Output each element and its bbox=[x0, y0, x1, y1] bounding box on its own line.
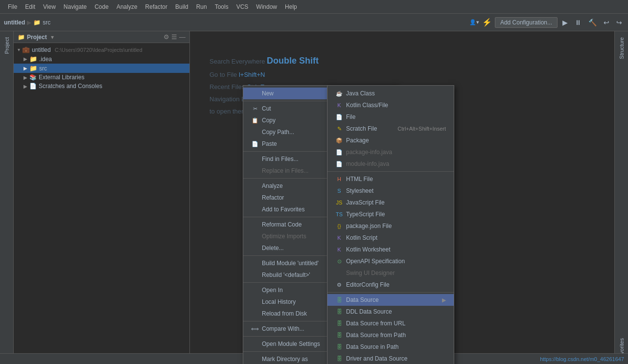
idea-folder-label: .idea bbox=[39, 56, 52, 63]
toolbar-path: untitled ▶ 📁 src bbox=[4, 19, 466, 26]
ext-label: External Libraries bbox=[39, 74, 84, 81]
refactor-icon bbox=[251, 194, 259, 202]
sub-java-class[interactable]: ☕ Java Class bbox=[327, 88, 454, 99]
menu-vcs[interactable]: VCS bbox=[233, 1, 253, 12]
folder-separator: ▶ bbox=[27, 19, 31, 26]
sub-module-info[interactable]: 📄 module-info.java bbox=[327, 158, 454, 170]
ctx-find-label: Find in Files... bbox=[262, 156, 299, 162]
project-tree: ▾ 💼 untitled C:\Users\90720\IdeaProjects… bbox=[14, 43, 189, 364]
panel-layout-btn[interactable]: ☰ bbox=[171, 33, 177, 41]
favorites-icon bbox=[251, 205, 259, 213]
sub-packagejson[interactable]: {} package.json File bbox=[327, 220, 454, 232]
ctx-new-label: New bbox=[262, 90, 274, 97]
menu-refactor[interactable]: Refactor bbox=[141, 1, 171, 12]
sub-ts-label: TypeScript File bbox=[346, 211, 385, 218]
ctx-compare-label: Compare With... bbox=[262, 325, 304, 332]
vcs-icon: ⚡ bbox=[482, 18, 492, 27]
project-folder-icon: 📁 bbox=[18, 34, 25, 41]
structure-tab[interactable]: Structure bbox=[616, 33, 628, 63]
sub-ds-path-label: Data Source from Path bbox=[346, 332, 406, 339]
panel-title: Project bbox=[27, 34, 47, 41]
ctx-cut-label: Cut bbox=[262, 105, 271, 112]
sub-swing-ui[interactable]: Swing UI Designer bbox=[327, 267, 454, 279]
menu-run[interactable]: Run bbox=[192, 1, 211, 12]
sub-ddl-datasource[interactable]: 🗄 DDL Data Source bbox=[327, 306, 454, 318]
tree-external-libraries[interactable]: ▶ 📚 External Libraries bbox=[14, 73, 189, 82]
tree-root[interactable]: ▾ 💼 untitled C:\Users\90720\IdeaProjects… bbox=[14, 45, 189, 54]
package-icon: 📦 bbox=[335, 136, 343, 144]
sub-package-label: Package bbox=[346, 137, 369, 144]
ctx-reload-label: Reload from Disk bbox=[262, 310, 307, 317]
left-side-tabs: Project bbox=[0, 31, 14, 364]
sub-html[interactable]: H HTML File bbox=[327, 173, 454, 185]
tree-src-folder[interactable]: ▶ 📁 src bbox=[14, 64, 189, 73]
ctx-build-module-label: Build Module 'untitled' bbox=[262, 260, 319, 267]
sub-ds-url[interactable]: 🗄 Data Source from URL bbox=[327, 318, 454, 329]
sub-scratch-file[interactable]: ✎ Scratch File Ctrl+Alt+Shift+Insert bbox=[327, 123, 454, 135]
js-icon: JS bbox=[335, 199, 343, 206]
module-settings-icon bbox=[251, 340, 259, 348]
sub-js-label: JavaScript File bbox=[346, 199, 385, 206]
sub-kotlin-class-label: Kotlin Class/File bbox=[346, 102, 388, 109]
menu-navigate[interactable]: Navigate bbox=[60, 1, 91, 12]
open-in-icon bbox=[251, 286, 259, 294]
tree-idea-folder[interactable]: ▶ 📁 .idea bbox=[14, 54, 189, 64]
sub-ds-path[interactable]: 🗄 Data Source from Path bbox=[327, 329, 454, 341]
project-icon: 💼 bbox=[22, 46, 30, 53]
menu-window[interactable]: Window bbox=[252, 1, 281, 12]
tree-scratches[interactable]: ▶ 📄 Scratches and Consoles bbox=[14, 82, 189, 91]
analyze-icon bbox=[251, 182, 259, 190]
build-button[interactable]: 🔨 bbox=[586, 18, 599, 27]
add-configuration-button[interactable]: Add Configuration... bbox=[495, 17, 558, 28]
menu-view[interactable]: View bbox=[39, 1, 60, 12]
datasource-icon: 🗄 bbox=[335, 296, 343, 304]
sub-js[interactable]: JS JavaScript File bbox=[327, 197, 454, 208]
build-module-icon bbox=[251, 259, 259, 267]
project-tab[interactable]: Project bbox=[1, 33, 13, 58]
sub-package-info[interactable]: 📄 package-info.java bbox=[327, 146, 454, 158]
scratch-label: Scratches and Consoles bbox=[39, 83, 102, 90]
sub-openapi[interactable]: ⊙ OpenAPI Specification bbox=[327, 255, 454, 267]
sub-file[interactable]: 📄 File bbox=[327, 111, 454, 123]
sub-css[interactable]: S Stylesheet bbox=[327, 185, 454, 197]
sub-package[interactable]: 📦 Package bbox=[327, 135, 454, 146]
local-history-icon bbox=[251, 298, 259, 306]
menu-help[interactable]: Help bbox=[281, 1, 301, 12]
undo-button[interactable]: ↩ bbox=[602, 18, 611, 27]
sub-ds-in-path[interactable]: 🗄 Data Source in Path bbox=[327, 341, 454, 353]
menu-build[interactable]: Build bbox=[171, 1, 192, 12]
ctx-replace-label: Replace in Files... bbox=[262, 167, 308, 174]
tree-collapse-icon: ▾ bbox=[18, 47, 20, 52]
sub-kotlin-script[interactable]: K Kotlin Script bbox=[327, 232, 454, 244]
ctx-module-settings-label: Open Module Settings bbox=[262, 341, 320, 347]
paste-icon: 📄 bbox=[251, 140, 259, 148]
sub-kotlin-worksheet[interactable]: K Kotlin Worksheet bbox=[327, 244, 454, 255]
menu-code[interactable]: Code bbox=[91, 1, 113, 12]
ctx-favorites-label: Add to Favorites bbox=[262, 206, 304, 213]
run-button[interactable]: ▶ bbox=[560, 18, 570, 27]
sub-ts[interactable]: TS TypeScript File bbox=[327, 208, 454, 220]
sub-kotlin-class[interactable]: K Kotlin Class/File bbox=[327, 99, 454, 111]
panel-close-btn[interactable]: — bbox=[179, 33, 186, 41]
pause-button[interactable]: ⏸ bbox=[573, 18, 583, 27]
ctx-delete-label: Delete... bbox=[262, 245, 284, 251]
folder-icon-src: 📁 bbox=[29, 65, 37, 72]
sub-kotlin-worksheet-label: Kotlin Worksheet bbox=[346, 246, 391, 253]
menu-analyze[interactable]: Analyze bbox=[113, 1, 141, 12]
menu-file[interactable]: File bbox=[4, 1, 21, 12]
file-icon: 📄 bbox=[335, 113, 343, 121]
sub-datasource[interactable]: 🗄 Data Source ▶ bbox=[327, 294, 454, 306]
panel-settings-btn[interactable]: ⚙ bbox=[163, 33, 169, 41]
sub-editorconfig[interactable]: ⚙ EditorConfig File bbox=[327, 279, 454, 291]
ctx-rebuild-label: Rebuild '<default>' bbox=[262, 272, 310, 278]
ts-icon: TS bbox=[335, 210, 343, 218]
sub-divider-1 bbox=[327, 171, 454, 172]
sub-driver-ds[interactable]: 🗄 Driver and Data Source bbox=[327, 353, 454, 364]
ctx-paste-label: Paste bbox=[262, 140, 277, 147]
panel-dropdown-icon[interactable]: ▾ bbox=[51, 34, 54, 41]
optimize-icon bbox=[251, 232, 259, 240]
kotlin-worksheet-icon: K bbox=[335, 246, 343, 253]
menu-edit[interactable]: Edit bbox=[21, 1, 39, 12]
menu-tools[interactable]: Tools bbox=[211, 1, 233, 12]
redo-button[interactable]: ↪ bbox=[614, 18, 624, 27]
